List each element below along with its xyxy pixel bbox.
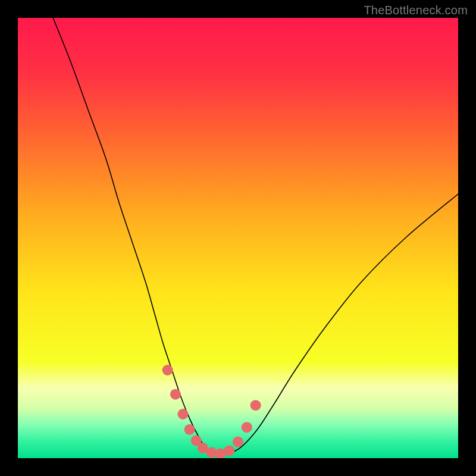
highlight-dot [184,424,195,435]
watermark-text: TheBottleneck.com [364,4,468,17]
curve-layer [18,18,458,458]
bottleneck-curve [53,18,458,454]
highlight-dot [162,365,173,375]
plot-area [18,18,458,458]
highlight-dot [250,400,261,411]
highlight-dot [242,422,252,433]
chart-frame: TheBottleneck.com [0,0,476,476]
highlight-dot [178,409,189,419]
highlight-dot [224,445,234,456]
bottleneck-highlight-dots [162,365,261,458]
highlight-dot [170,389,181,400]
highlight-dot [233,437,243,447]
